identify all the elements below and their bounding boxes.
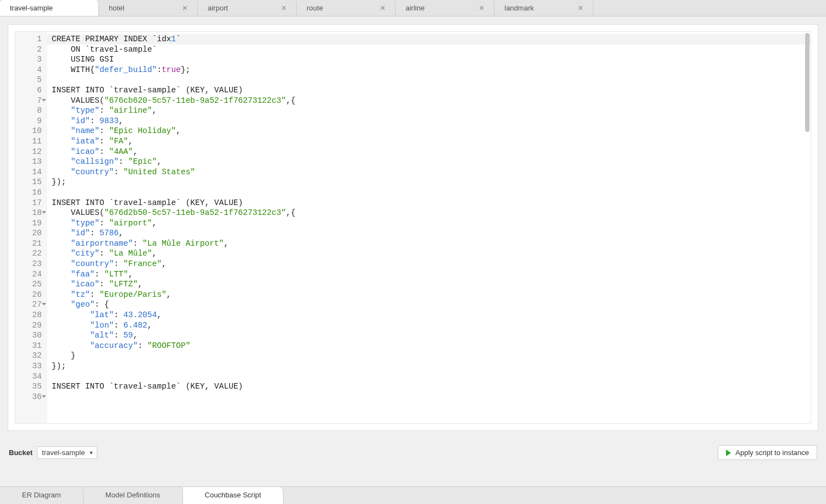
tab-airport[interactable]: airport×: [198, 0, 297, 16]
code-line[interactable]: "tz": "Europe/Paris",: [52, 290, 806, 300]
line-number: 19: [19, 218, 42, 229]
main-panel: 1234567891011121314151617181920212223242…: [8, 24, 818, 431]
code-line[interactable]: "accuracy": "ROOFTOP": [52, 341, 806, 351]
code-line[interactable]: VALUES("676cb620-5c57-11eb-9a52-1f762731…: [52, 96, 806, 106]
code-line[interactable]: "airportname": "La Mûle Airport",: [52, 239, 806, 249]
apply-button-label: Apply script to instance: [735, 448, 809, 457]
line-number: 28: [19, 310, 42, 320]
close-icon[interactable]: ×: [374, 4, 385, 13]
view-tab-model-definitions[interactable]: Model Definitions: [84, 487, 183, 504]
tab-label: hotel: [109, 4, 124, 12]
bucket-label: Bucket: [9, 448, 32, 457]
line-number: 12: [19, 147, 42, 157]
code-editor[interactable]: 1234567891011121314151617181920212223242…: [15, 31, 811, 424]
code-line[interactable]: [52, 372, 806, 382]
close-icon[interactable]: ×: [473, 4, 484, 13]
code-line[interactable]: "id": 9833,: [52, 116, 806, 126]
tab-landmark[interactable]: landmark×: [495, 0, 594, 16]
code-line[interactable]: "faa": "LTT",: [52, 269, 806, 280]
line-number: 14: [19, 167, 42, 178]
line-number: 26: [19, 290, 42, 300]
code-line[interactable]: "iata": "FA",: [52, 136, 806, 147]
tab-route[interactable]: route×: [297, 0, 396, 16]
tab-label: landmark: [505, 4, 534, 12]
close-icon[interactable]: ×: [176, 4, 187, 13]
close-icon[interactable]: ×: [275, 4, 286, 13]
code-line[interactable]: "name": "Epic Holiday",: [52, 126, 806, 136]
view-tabs: ER DiagramModel DefinitionsCouchbase Scr…: [0, 486, 826, 504]
code-line[interactable]: INSERT INTO `travel-sample` (KEY, VALUE): [52, 198, 806, 208]
code-line[interactable]: });: [52, 177, 806, 187]
line-number: 32: [19, 351, 42, 361]
code-line[interactable]: "type": "airport",: [52, 218, 806, 229]
view-tab-couchbase-script[interactable]: Couchbase Script: [183, 487, 284, 504]
code-line[interactable]: CREATE PRIMARY INDEX `idx1`: [47, 34, 811, 45]
line-number: 8: [19, 106, 42, 116]
line-number: 27: [19, 300, 42, 310]
line-number: 35: [19, 381, 42, 392]
view-tab-er-diagram[interactable]: ER Diagram: [0, 487, 84, 504]
tab-label: airline: [406, 4, 425, 12]
line-number: 4: [19, 65, 42, 75]
code-line[interactable]: [52, 75, 806, 85]
bottom-toolbar: Bucket travel-sample Apply script to ins…: [0, 439, 826, 463]
view-tab-label: ER Diagram: [22, 491, 61, 499]
line-number: 22: [19, 248, 42, 259]
code-line[interactable]: INSERT INTO `travel-sample` (KEY, VALUE): [52, 381, 806, 392]
play-icon: [726, 450, 731, 456]
code-line[interactable]: "icao": "LFTZ",: [52, 279, 806, 290]
code-line[interactable]: ON `travel-sample`: [52, 45, 806, 55]
code-line[interactable]: "callsign": "Epic",: [52, 157, 806, 167]
code-line[interactable]: "lat": 43.2054,: [52, 310, 806, 320]
line-number: 18: [19, 208, 42, 218]
code-line[interactable]: "type": "airline",: [52, 106, 806, 116]
line-number: 16: [19, 187, 42, 198]
code-line[interactable]: [52, 392, 806, 402]
code-line[interactable]: });: [52, 361, 806, 372]
code-line[interactable]: "icao": "4AA",: [52, 147, 806, 157]
code-line[interactable]: "lon": 6.482,: [52, 320, 806, 331]
line-number: 3: [19, 54, 42, 65]
line-number-gutter: 1234567891011121314151617181920212223242…: [15, 32, 47, 423]
code-line[interactable]: "country": "United States": [52, 167, 806, 178]
line-number: 5: [19, 75, 42, 85]
line-number: 36: [19, 392, 42, 402]
tab-label: route: [307, 4, 323, 12]
document-tabs: travel-samplehotel×airport×route×airline…: [0, 0, 826, 16]
apply-script-button[interactable]: Apply script to instance: [718, 445, 817, 460]
code-line[interactable]: WITH{"defer_build":true};: [52, 65, 806, 75]
line-number: 30: [19, 330, 42, 341]
code-content[interactable]: CREATE PRIMARY INDEX `idx1` ON `travel-s…: [47, 32, 811, 423]
code-line[interactable]: INSERT INTO `travel-sample` (KEY, VALUE): [52, 85, 806, 96]
code-line[interactable]: VALUES("676d2b50-5c57-11eb-9a52-1f762731…: [52, 208, 806, 218]
line-number: 7: [19, 96, 42, 106]
bucket-select[interactable]: travel-sample: [37, 446, 97, 459]
line-number: 15: [19, 177, 42, 187]
tab-travel-sample[interactable]: travel-sample: [0, 0, 99, 16]
line-number: 17: [19, 198, 42, 208]
line-number: 1: [19, 34, 42, 45]
tab-label: travel-sample: [10, 4, 53, 12]
code-line[interactable]: USING GSI: [52, 54, 806, 65]
code-line[interactable]: "id": 5786,: [52, 228, 806, 239]
code-line[interactable]: "alt": 59,: [52, 330, 806, 341]
close-icon[interactable]: ×: [572, 4, 583, 13]
bucket-select-value: travel-sample: [42, 448, 85, 457]
tab-label: airport: [208, 4, 228, 12]
code-line[interactable]: [52, 187, 806, 198]
line-number: 2: [19, 45, 42, 55]
tab-hotel[interactable]: hotel×: [99, 0, 198, 16]
editor-scrollbar[interactable]: [805, 33, 810, 132]
code-line[interactable]: "country": "France",: [52, 259, 806, 269]
line-number: 11: [19, 136, 42, 147]
code-line[interactable]: }: [52, 351, 806, 361]
code-line[interactable]: "city": "La Mûle",: [52, 248, 806, 259]
line-number: 20: [19, 228, 42, 239]
line-number: 13: [19, 157, 42, 167]
code-line[interactable]: "geo": {: [52, 300, 806, 310]
line-number: 34: [19, 372, 42, 382]
line-number: 10: [19, 126, 42, 136]
line-number: 9: [19, 116, 42, 126]
line-number: 24: [19, 269, 42, 280]
tab-airline[interactable]: airline×: [396, 0, 495, 16]
